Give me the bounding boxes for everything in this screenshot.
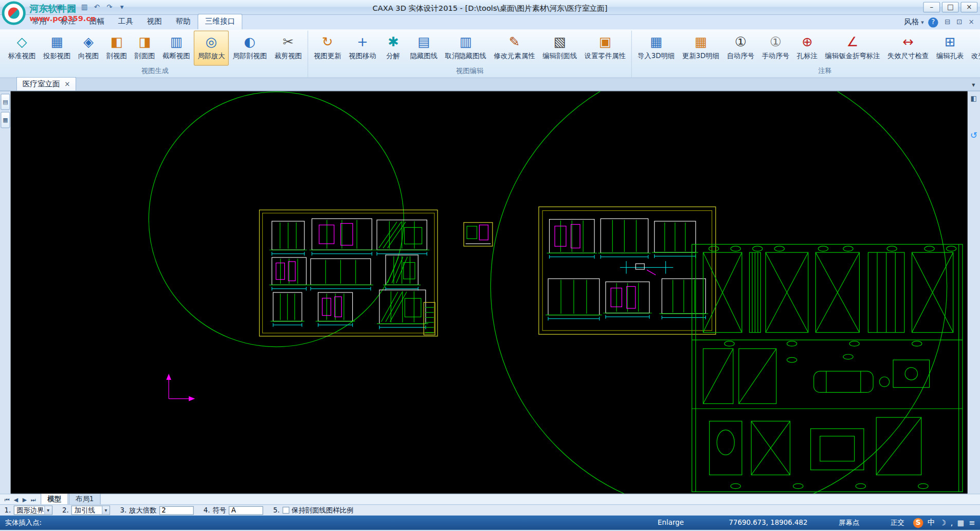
ribbon-button-set-part-properties[interactable]: ▣设置零件属性 (580, 31, 629, 66)
option-number: 2. (62, 506, 69, 515)
punctuation-icon[interactable]: , (951, 518, 953, 527)
chevron-down-icon: ▾ (921, 19, 924, 25)
option-label: 符号 (212, 505, 226, 515)
ribbon-button-edit-element-properties[interactable]: ✎修改元素属性 (490, 31, 539, 66)
ribbon-button-label: 裁剪视图 (275, 51, 302, 61)
direction-view-icon: ◈ (79, 33, 98, 50)
minimize-button[interactable]: – (923, 2, 940, 13)
drawing-canvas[interactable] (11, 91, 968, 493)
left-dock-tab-1[interactable]: ▤ (1, 94, 10, 110)
ribbon-group-label: 注释 (634, 66, 980, 78)
leader-option-select[interactable]: 加引线▾ (71, 505, 110, 515)
titlebar: ▢▭▣▤▥↶↷▾ CAXA 3D 实体设计2015 - [D:\tools\桌面… (0, 0, 980, 15)
ribbon-button-section-drawing[interactable]: ◨剖面图 (131, 31, 159, 66)
hole-callout-icon: ⊕ (798, 33, 816, 50)
option-item: 1.圆形边界▾ (5, 505, 52, 515)
import-3d-bom-icon: ▦ (647, 33, 665, 50)
sheet-tab-布局1[interactable]: 布局1 (69, 493, 101, 504)
tab-list-dropdown-icon[interactable]: ▾ (972, 81, 975, 88)
ribbon-button-hole-callout[interactable]: ⊕孔标注 (793, 31, 822, 66)
document-tab[interactable]: 医疗室立面× (16, 77, 77, 91)
ribbon-button-label: 改变链接文件 (971, 51, 980, 61)
ribbon-button-direction-view[interactable]: ◈向视图 (75, 31, 103, 66)
style-button[interactable]: 风格▾ (904, 17, 923, 28)
standard-view-icon: ◇ (12, 33, 31, 50)
ribbon-button-local-section-view[interactable]: ◐局部剖视图 (229, 31, 270, 66)
toolbox-icon[interactable]: ≡ (969, 518, 975, 527)
set-part-properties-icon: ▣ (595, 33, 614, 50)
help-icon[interactable]: ? (928, 17, 938, 27)
keep-hatch-scale-checkbox[interactable] (282, 507, 289, 514)
ribbon-button-stale-dimension-check[interactable]: ↔失效尺寸检查 (884, 31, 933, 66)
sheet-tab-模型[interactable]: 模型 (41, 493, 68, 504)
ribbon-button-edit-hatch[interactable]: ▧编辑剖面线 (539, 31, 580, 66)
sogou-input-icon[interactable]: S (913, 518, 923, 527)
ribbon-button-unhide-lines[interactable]: ▥取消隐藏图线 (441, 31, 490, 66)
status-ortho-toggle[interactable]: 正交 (891, 518, 904, 527)
ribbon-button-label: 孔标注 (797, 51, 818, 61)
close-button[interactable]: × (960, 2, 977, 13)
hide-lines-icon: ▤ (414, 33, 433, 50)
ribbon-button-hide-lines[interactable]: ▤隐藏图线 (406, 31, 441, 66)
ribbon-button-view-move[interactable]: +视图移动 (345, 31, 380, 66)
boundary-type-select[interactable]: 圆形边界▾ (13, 505, 52, 515)
ribbon-tab-help[interactable]: 帮助 (169, 14, 197, 29)
ribbon-button-auto-balloon[interactable]: ①自动序号 (723, 31, 758, 66)
ribbon-button-broken-view[interactable]: ▥截断视图 (159, 31, 194, 66)
ribbon-button-update-3d-bom[interactable]: ▦更新3D明细 (678, 31, 723, 66)
window-title: CAXA 3D 实体设计2015 - [D:\tools\桌面\图片素材\河东\… (0, 3, 980, 14)
option-number: 3. (120, 506, 126, 515)
ribbon-tab-view[interactable]: 视图 (140, 14, 169, 29)
right-dock: ◧↺ (968, 91, 980, 493)
ribbon-right-area: 风格▾ ? ⊟⊡× (904, 17, 976, 28)
ribbon-button-edit-bend-notes[interactable]: ∠编辑钣金折弯标注 (821, 31, 884, 66)
option-label: 放大倍数 (129, 505, 156, 515)
status-coordinates: 77690.673, 18906.482 (729, 519, 807, 527)
prev-sheet-icon[interactable]: ◀ (12, 497, 20, 503)
right-dock-expand-icon[interactable]: ↺ (969, 130, 978, 140)
left-dock-tab-2[interactable]: ▦ (1, 112, 10, 129)
close-tab-icon[interactable]: × (64, 80, 70, 88)
next-sheet-icon[interactable]: ▶ (21, 497, 29, 503)
ribbon-button-change-linked-file[interactable]: abc改变链接文件 (968, 31, 980, 66)
ribbon-button-label: 视图移动 (349, 51, 376, 61)
minimize-document-icon[interactable]: ⊟ (942, 17, 952, 27)
explode-icon: ✱ (384, 33, 402, 50)
maximize-button[interactable]: □ (942, 2, 959, 13)
ribbon-button-label: 分解 (386, 51, 400, 61)
close-document-icon[interactable]: × (966, 17, 976, 27)
ribbon-button-projection-view[interactable]: ▦投影视图 (40, 31, 75, 66)
fullwidth-icon[interactable]: ☽ (939, 518, 946, 527)
unhide-lines-icon: ▥ (456, 33, 475, 50)
ribbon-tab-tools[interactable]: 工具 (111, 14, 140, 29)
ribbon-button-detail-view[interactable]: ◎局部放大 (194, 31, 229, 66)
ribbon-button-view-update[interactable]: ↻视图更新 (310, 31, 345, 66)
ribbon-button-crop-view[interactable]: ✂裁剪视图 (270, 31, 305, 66)
right-dock-pin-icon[interactable]: ◧ (969, 94, 978, 103)
ribbon-button-manual-balloon[interactable]: ①手动序号 (758, 31, 793, 66)
edit-bend-notes-icon: ∠ (843, 33, 862, 50)
ribbon-tab-3d-interface[interactable]: 三维接口 (197, 14, 243, 29)
ribbon-button-label: 编辑剖面线 (542, 51, 577, 61)
ribbon-button-label: 剖面图 (134, 51, 155, 61)
soft-keyboard-icon[interactable]: ▦ (957, 518, 965, 527)
ribbon-button-label: 局部放大 (197, 51, 225, 61)
ribbon-button-explode[interactable]: ✱分解 (380, 31, 406, 66)
ribbon-button-label: 失效尺寸检查 (887, 51, 929, 61)
ribbon-button-section-view[interactable]: ◧剖视图 (102, 31, 131, 66)
scale-factor-input[interactable] (159, 506, 193, 515)
projection-view-icon: ▦ (47, 33, 66, 50)
chinese-english-icon[interactable]: 中 (928, 518, 935, 528)
command-options-bar: 1.圆形边界▾2.加引线▾3.放大倍数4.符号5.保持剖面线图样比例 (0, 504, 980, 516)
ribbon-button-label: 剖视图 (106, 51, 127, 61)
ribbon-button-import-3d-bom[interactable]: ▦导入3D明细 (634, 31, 679, 66)
status-snap-toggle[interactable]: 屏幕点 (839, 518, 859, 527)
ribbon-button-edit-hole-table[interactable]: ⊞编辑孔表 (933, 31, 968, 66)
first-sheet-icon[interactable]: ⏮ (3, 497, 11, 503)
detail-view-icon: ◎ (202, 33, 221, 50)
manual-balloon-icon: ① (766, 33, 785, 50)
last-sheet-icon[interactable]: ⏭ (29, 497, 38, 503)
ribbon-button-standard-view[interactable]: ◇标准视图 (5, 31, 40, 66)
restore-document-icon[interactable]: ⊡ (954, 17, 964, 27)
symbol-input[interactable] (229, 506, 263, 515)
